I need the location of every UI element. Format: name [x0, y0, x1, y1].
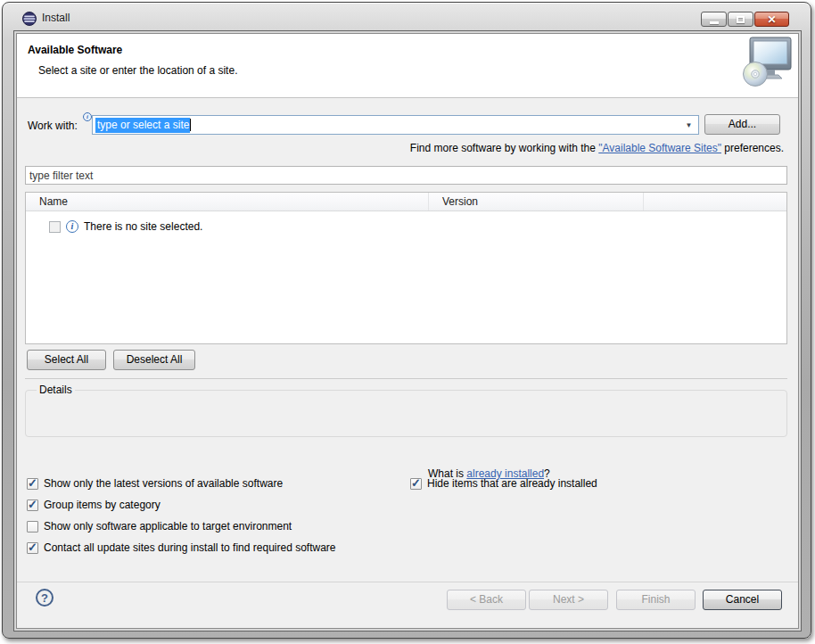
wizard-banner: Available Software Select a site or ente… — [17, 34, 798, 98]
page-title: Available Software — [28, 44, 122, 56]
eclipse-icon — [22, 12, 37, 26]
minimize-icon — [710, 21, 719, 24]
dialog-client-area: Available Software Select a site or ente… — [16, 33, 799, 629]
maximize-icon — [737, 16, 745, 23]
table-header: Name Version — [26, 193, 786, 211]
option-contact-update-sites[interactable]: Contact all update sites during install … — [27, 541, 336, 555]
checkbox[interactable] — [27, 500, 38, 511]
find-more-software-hint: Find more software by working with the "… — [410, 142, 784, 154]
checkbox[interactable] — [27, 542, 38, 554]
maximize-button[interactable] — [728, 12, 753, 27]
deselect-all-button[interactable]: Deselect All — [113, 350, 195, 370]
checkbox[interactable] — [27, 521, 38, 533]
add-button[interactable]: Add... — [704, 114, 780, 135]
what-is-suffix: ? — [544, 467, 550, 480]
what-is-installed-line: What is already installed? — [428, 467, 550, 480]
column-header-name[interactable]: Name — [26, 193, 429, 211]
option-show-latest-versions[interactable]: Show only the latest versions of availab… — [27, 476, 283, 491]
option-applicable-to-target[interactable]: Show only software applicable to target … — [27, 519, 292, 533]
option-label: Contact all update sites during install … — [44, 541, 336, 554]
available-software-sites-link[interactable]: "Available Software Sites" — [598, 142, 721, 154]
option-label: Group items by category — [44, 499, 161, 511]
option-label: Show only the latest versions of availab… — [44, 477, 283, 490]
details-label: Details — [37, 384, 75, 396]
already-installed-link[interactable]: already installed — [466, 467, 544, 480]
filter-input[interactable] — [25, 166, 787, 185]
back-button[interactable]: < Back — [447, 590, 526, 610]
column-header-filler — [644, 193, 786, 211]
install-dialog-window: Install ✕ Available Software Select a si… — [2, 2, 811, 639]
next-button[interactable]: Next > — [529, 590, 608, 610]
finish-button[interactable]: Finish — [616, 590, 696, 610]
details-group: Details — [25, 390, 787, 437]
table-row[interactable]: i There is no site selected. — [49, 219, 786, 235]
row-label: There is no site selected. — [84, 220, 202, 233]
titlebar[interactable]: Install ✕ — [3, 3, 811, 33]
minimize-button[interactable] — [701, 12, 727, 27]
content-assist-info-icon: i — [83, 112, 92, 121]
checkbox[interactable] — [410, 478, 422, 490]
row-checkbox[interactable] — [49, 221, 61, 233]
checkbox[interactable] — [27, 478, 38, 490]
install-software-icon — [739, 37, 793, 88]
work-with-label: Work with: — [28, 120, 78, 132]
column-header-version[interactable]: Version — [429, 193, 644, 211]
text-caret — [190, 119, 191, 131]
work-with-combo[interactable]: type or select a site ▼ — [92, 115, 699, 135]
select-all-button[interactable]: Select All — [27, 350, 106, 370]
page-subtitle: Select a site or enter the location of a… — [38, 64, 237, 77]
hint-suffix: preferences. — [721, 142, 784, 154]
chevron-down-icon[interactable]: ▼ — [683, 120, 695, 131]
option-label: Show only software applicable to target … — [44, 520, 292, 533]
separator — [17, 582, 798, 582]
hint-prefix: Find more software by working with the — [410, 142, 598, 154]
cancel-button[interactable]: Cancel — [703, 590, 782, 610]
what-is-prefix: What is — [428, 467, 466, 480]
option-group-by-category[interactable]: Group items by category — [27, 498, 161, 512]
close-icon: ✕ — [767, 14, 776, 25]
info-icon: i — [66, 220, 78, 233]
combo-selected-text: type or select a site — [95, 118, 190, 133]
help-button[interactable]: ? — [36, 589, 54, 607]
close-button[interactable]: ✕ — [754, 12, 789, 27]
separator — [25, 378, 787, 379]
software-table: Name Version i There is no site selected… — [25, 192, 787, 344]
window-title: Install — [42, 12, 70, 24]
